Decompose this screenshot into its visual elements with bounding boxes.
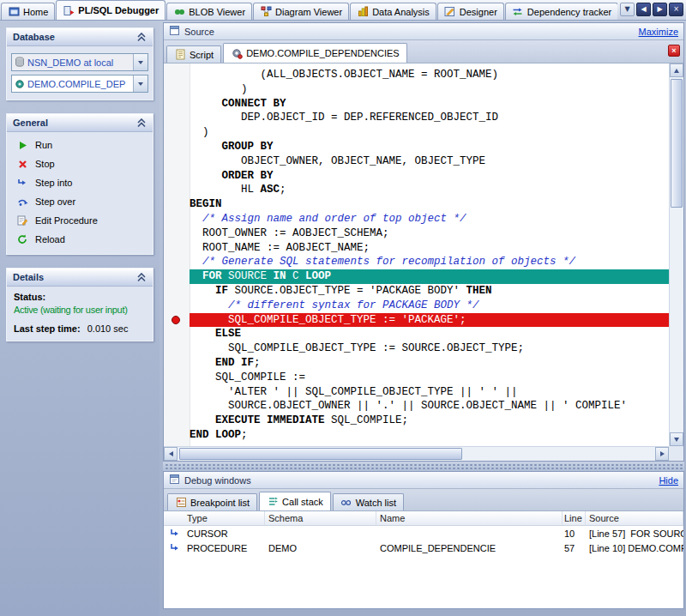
code-line[interactable]: /* Assign name and order of top object *… — [164, 212, 669, 226]
column-header-source[interactable]: Source — [586, 511, 683, 525]
gutter[interactable] — [164, 111, 190, 125]
collapse-chevron-icon[interactable] — [136, 118, 147, 128]
gutter[interactable] — [164, 241, 190, 256]
callstack-row[interactable]: CURSOR10[Line 57] FOR SOURCE — [164, 526, 683, 541]
code-line[interactable]: SQL_COMPILE_OBJECT_TYPE := SOURCE.OBJECT… — [164, 341, 669, 356]
current-execution-line[interactable]: FOR SOURCE IN C LOOP — [164, 269, 669, 284]
code-line[interactable]: (ALL_OBJECTS.OBJECT_NAME = ROOT_NAME) — [164, 68, 669, 82]
code-line[interactable]: SOURCE.OBJECT_OWNER || '.' || SOURCE.OBJ… — [164, 399, 669, 414]
tab-designer[interactable]: Designer — [437, 3, 504, 20]
tab-call-stack[interactable]: Call stack — [259, 492, 331, 510]
scroll-left-button[interactable] — [164, 447, 178, 461]
gutter[interactable] — [164, 414, 190, 428]
column-header-type[interactable]: Type — [164, 511, 265, 525]
gutter[interactable] — [164, 399, 190, 414]
tab-list-dropdown-button[interactable]: ▼ — [620, 3, 635, 16]
code-line[interactable]: BEGIN — [164, 197, 669, 212]
gutter[interactable] — [164, 226, 190, 241]
breakpoint-dot[interactable] — [172, 316, 180, 324]
object-combo-arrow[interactable] — [133, 75, 147, 92]
details-section-header[interactable]: Details — [7, 269, 153, 287]
maximize-link[interactable]: Maximize — [639, 27, 678, 37]
gutter[interactable] — [164, 428, 190, 443]
gutter[interactable] — [164, 169, 190, 184]
gutter[interactable] — [164, 327, 190, 341]
gutter[interactable] — [164, 284, 190, 299]
tab-diagram-viewer[interactable]: Diagram Viewer — [253, 3, 349, 20]
connection-combo[interactable]: NSN_DEMO at local — [11, 53, 148, 71]
code-line[interactable]: HL ASC; — [164, 183, 669, 197]
tab-script[interactable]: Script — [166, 45, 221, 63]
collapse-chevron-icon[interactable] — [136, 273, 147, 282]
code-editor[interactable]: (ALL_OBJECTS.OBJECT_NAME = ROOT_NAME) ) … — [164, 63, 683, 461]
tab-watch-list[interactable]: Watch list — [333, 493, 404, 510]
code-lines[interactable]: (ALL_OBJECTS.OBJECT_NAME = ROOT_NAME) ) … — [164, 63, 669, 446]
tab-data-analysis[interactable]: Data Analysis — [350, 3, 436, 20]
code-line[interactable]: SQL_COMPILE := — [164, 371, 669, 385]
code-line[interactable]: ROOT_OWNER := AOBJECT_SCHEMA; — [164, 226, 669, 241]
horizontal-scrollbar[interactable] — [164, 446, 669, 461]
gutter[interactable] — [164, 154, 190, 169]
next-tab-button[interactable]: ▶ — [653, 3, 667, 16]
general-section-header[interactable]: General — [7, 114, 153, 132]
close-source-tab-button[interactable]: × — [668, 45, 680, 57]
collapse-chevron-icon[interactable] — [136, 33, 147, 42]
gutter[interactable] — [164, 356, 190, 371]
gutter[interactable] — [164, 299, 190, 313]
code-line[interactable]: ) — [164, 82, 669, 97]
gutter[interactable] — [164, 313, 190, 328]
gutter[interactable] — [164, 125, 190, 140]
edit-procedure-button[interactable]: Edit Procedure — [7, 211, 153, 230]
code-line[interactable]: 'ALTER ' || SQL_COMPILE_OBJECT_TYPE || '… — [164, 385, 669, 400]
horizontal-scroll-thumb[interactable] — [179, 448, 462, 460]
scroll-down-button[interactable] — [670, 432, 683, 446]
vertical-scrollbar[interactable] — [669, 63, 683, 446]
code-line[interactable]: GROUP BY — [164, 140, 669, 154]
tab-blob-viewer[interactable]: BLOB Viewer — [166, 3, 252, 20]
reload-button[interactable]: Reload — [7, 230, 153, 249]
gutter[interactable] — [164, 68, 190, 82]
code-line[interactable]: END LOOP; — [164, 428, 669, 443]
step-over-button[interactable]: Step over — [7, 192, 153, 211]
step-into-button[interactable]: Step into — [7, 173, 153, 192]
gutter[interactable] — [164, 97, 190, 112]
breakpoint-line[interactable]: SQL_COMPILE_OBJECT_TYPE := 'PACKAGE'; — [164, 313, 669, 328]
gutter[interactable] — [164, 385, 190, 400]
database-section-header[interactable]: Database — [7, 28, 153, 46]
gutter[interactable] — [164, 255, 190, 269]
gutter[interactable] — [164, 341, 190, 356]
gutter[interactable] — [164, 140, 190, 154]
gutter[interactable] — [164, 371, 190, 385]
callstack-row[interactable]: PROCEDUREDEMOCOMPILE_DEPENDENCIE57[Line … — [164, 541, 683, 555]
code-line[interactable]: OBJECT_OWNER, OBJECT_NAME, OBJECT_TYPE — [164, 154, 669, 169]
code-line[interactable]: CONNECT BY — [164, 97, 669, 112]
horizontal-splitter[interactable] — [163, 462, 684, 471]
vertical-scroll-thumb[interactable] — [671, 79, 683, 208]
gutter[interactable] — [164, 212, 190, 226]
gutter[interactable] — [164, 197, 190, 212]
stop-button[interactable]: Stop — [7, 154, 153, 173]
code-line[interactable]: EXECUTE IMMEDIATE SQL_COMPILE; — [164, 414, 669, 428]
code-line[interactable]: ELSE — [164, 327, 669, 341]
column-header-line[interactable]: Line — [563, 511, 586, 525]
column-header-name[interactable]: Name — [376, 511, 563, 525]
code-line[interactable]: IF SOURCE.OBJECT_TYPE = 'PACKAGE BODY' T… — [164, 284, 669, 299]
tab-home[interactable]: Home — [1, 3, 55, 20]
tab-dependency-tracker[interactable]: Dependency tracker — [505, 3, 617, 20]
close-window-button[interactable]: × — [669, 3, 683, 16]
column-header-schema[interactable]: Schema — [265, 511, 376, 525]
object-combo[interactable]: DEMO.COMPILE_DEP — [11, 75, 148, 93]
scroll-up-button[interactable] — [670, 63, 683, 77]
code-line[interactable]: /* Generate SQL statements for recompila… — [164, 255, 669, 269]
run-button[interactable]: Run — [7, 136, 153, 154]
gutter[interactable] — [164, 82, 190, 97]
hide-link[interactable]: Hide — [659, 475, 678, 486]
tab-breakpoint-list[interactable]: Breakpoint list — [167, 493, 257, 510]
tab-plsql-debugger[interactable]: PL/SQL Debugger — [56, 0, 165, 20]
gutter[interactable] — [164, 269, 190, 284]
gutter[interactable] — [164, 183, 190, 197]
connection-combo-arrow[interactable] — [133, 54, 147, 70]
code-line[interactable]: DEP.OBJECT_ID = DEP.REFERENCED_OBJECT_ID — [164, 111, 669, 125]
code-line[interactable]: ROOT_NAME := AOBJECT_NAME; — [164, 241, 669, 256]
prev-tab-button[interactable]: ◀ — [636, 3, 651, 16]
